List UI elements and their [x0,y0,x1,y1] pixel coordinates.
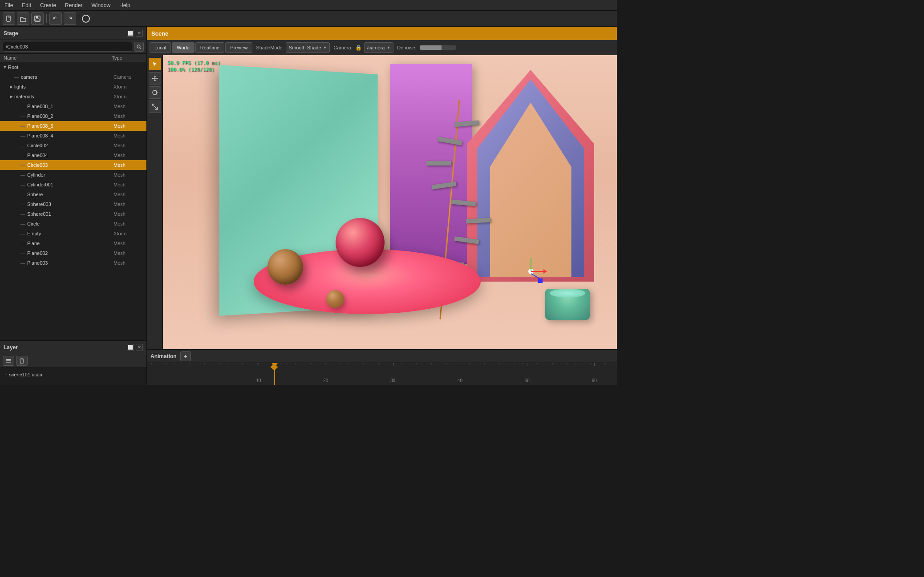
animation-title: Animation [150,353,177,359]
layer-restore-button[interactable]: ⬜ [127,344,134,351]
tree-item-type-plane: Mesh [113,241,145,246]
animation-add-button[interactable]: + [180,351,191,361]
tree-item-plane004[interactable]: —Plane004Mesh [0,150,146,160]
viewport-toolbar: Local World Realtime Preview ShadeMode: … [147,40,617,55]
tree-item-lights[interactable]: ▶lightsXform [0,82,146,92]
tree-item-plane008_1[interactable]: —Plane008_1Mesh [0,101,146,111]
tree-item-circle[interactable]: —CircleMesh [0,219,146,229]
rotate-tool-button[interactable] [149,86,161,99]
new-file-button[interactable] [3,12,15,25]
toolbar-circle-icon[interactable] [82,15,90,23]
animation-timeline[interactable]: 102030405060 [147,363,617,385]
step-7 [454,237,479,245]
layer-title: Layer [4,344,18,351]
tree-view[interactable]: ▼Root—cameraCamera▶lightsXform▶materials… [0,62,146,340]
ruler-small-tick [295,363,296,364]
tree-item-materials[interactable]: ▶materialsXform [0,92,146,101]
tree-dash: — [20,143,25,148]
ruler-small-tick [567,363,568,364]
stage-close-button[interactable]: ✕ [136,30,143,37]
ruler-small-tick [219,363,220,364]
menu-edit[interactable]: Edit [20,1,33,9]
tree-item-root[interactable]: ▼Root [0,62,146,72]
tree-arrow-plane004 [14,152,20,158]
svg-rect-6 [6,360,11,361]
viewport-area[interactable]: 58.9 FPS (17.0 ms) 100.0% (128/128) [147,55,617,349]
step-3 [426,161,451,165]
toolbar-separator-2 [79,14,79,23]
layer-close-button[interactable]: ✕ [136,344,143,351]
tree-dash: — [20,250,25,256]
layer-stack-button[interactable] [3,356,14,366]
timeline-playhead [274,363,275,385]
menu-create[interactable]: Create [38,1,58,9]
layer-item[interactable]: └ scene101.usda [4,370,143,379]
layer-delete-button[interactable] [16,356,28,366]
tree-item-cylinder[interactable]: —CylinderMesh [0,170,146,180]
shade-mode-dropdown[interactable]: Smooth Shade ▼ [286,42,330,53]
tree-arrow-plane008_2 [14,113,20,119]
ruler-small-tick [446,363,447,364]
search-button[interactable] [134,42,144,52]
camera-dropdown[interactable]: /camera ▼ [364,42,394,53]
tree-item-camera[interactable]: —cameraCamera [0,72,146,82]
scene-3d-view[interactable]: 58.9 FPS (17.0 ms) 100.0% (128/128) [163,55,617,349]
tree-item-circle002[interactable]: —Circle002Mesh [0,141,146,150]
menu-help[interactable]: Help [118,1,132,9]
world-tab[interactable]: World [172,42,195,53]
menu-window[interactable]: Window [89,1,112,9]
translate-tool-button[interactable] [149,72,161,85]
ruler-small-tick [340,363,341,364]
tree-item-plane008_2[interactable]: —Plane008_2Mesh [0,111,146,121]
tree-item-plane008_4[interactable]: —Plane008_4Mesh [0,131,146,141]
realtime-tab[interactable]: Realtime [195,42,224,53]
undo-button[interactable] [49,12,62,25]
camera-lock-icon[interactable]: 🔒 [354,43,363,52]
local-tab[interactable]: Local [150,42,171,53]
stage-restore-button[interactable]: ⬜ [127,30,134,37]
save-file-button[interactable] [31,12,44,25]
menu-render[interactable]: Render [63,1,84,9]
tree-item-circle003[interactable]: —Circle003Mesh [0,160,146,170]
tree-item-type-plane008_4: Mesh [113,133,145,138]
tree-item-type-circle002: Mesh [113,143,145,148]
ruler-small-tick [416,363,417,364]
ruler-small-tick [530,363,530,364]
ruler-small-tick [310,363,311,364]
ruler-label-10: 10 [256,378,261,383]
tree-item-sphere003[interactable]: —Sphere003Mesh [0,199,146,209]
tree-item-type-cylinder: Mesh [113,172,145,178]
select-tool-button[interactable] [149,58,161,70]
toolbar [0,11,617,27]
tree-dash: — [20,172,25,178]
ruler-small-tick [235,363,235,364]
step-5 [451,200,476,206]
tree-item-plane002[interactable]: —Plane002Mesh [0,248,146,258]
ruler-small-tick [356,363,356,364]
tree-item-plane003[interactable]: —Plane003Mesh [0,258,146,268]
tree-item-empty[interactable]: —EmptyXform [0,229,146,238]
search-input[interactable] [3,42,132,52]
tree-item-label-plane008_5: Plane008_5 [27,123,113,129]
tree-item-label-cylinder: Cylinder [27,172,113,178]
tree-item-plane008_5[interactable]: —Plane008_5Mesh [0,121,146,131]
tree-item-sphere[interactable]: —SphereMesh [0,190,146,199]
tree-columns: Name Type [0,54,146,62]
preview-tab[interactable]: Preview [225,42,252,53]
svg-rect-3 [36,19,39,21]
ruler-tick-50 [527,363,527,366]
tree-dash: — [20,202,25,207]
timeline-ruler[interactable]: 102030405060 [147,363,617,385]
ruler-small-tick [166,363,167,364]
ruler-small-tick [280,363,280,364]
scale-tool-button[interactable] [149,101,161,113]
tree-arrow-circle [14,221,20,227]
tree-item-cylinder001[interactable]: —Cylinder001Mesh [0,180,146,190]
redo-button[interactable] [64,12,76,25]
open-file-button[interactable] [17,12,29,25]
tree-item-sphere001[interactable]: —Sphere001Mesh [0,209,146,219]
tree-arrow-sphere [14,191,20,198]
tree-dash: — [20,211,25,217]
menu-file[interactable]: File [3,1,15,9]
tree-item-plane[interactable]: —PlaneMesh [0,238,146,248]
